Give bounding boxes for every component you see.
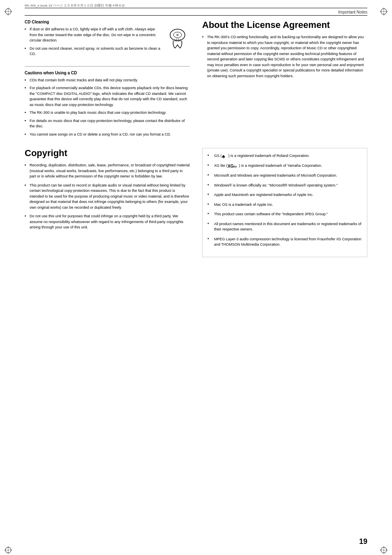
- svg-text:lite: lite: [233, 165, 237, 168]
- page-title: Important Notes: [338, 10, 367, 14]
- top-section: CD Cleaning: [25, 20, 367, 140]
- page: RK-300_e.book 19 ページ ２０８年９月１０日 水曜日 午後４時６…: [0, 3, 392, 555]
- trademark-xg: XG lite (XGlite) is a registered tradema…: [208, 163, 362, 169]
- section-divider-1: [25, 66, 190, 67]
- caution-item-2: •For playback of commercially available …: [25, 85, 190, 108]
- trademark-microsoft: Microsoft and Windows are registered tra…: [208, 173, 362, 179]
- trademark-mpeg: MPEG Layer-3 audio compression technolog…: [208, 237, 362, 248]
- trademark-product-names: All product names mentioned in this docu…: [208, 221, 362, 233]
- trademark-windows: Windows® is known officially as: "Micros…: [208, 183, 362, 189]
- file-info: RK-300_e.book 19 ページ ２０８年９月１０日 水曜日 午後４時６…: [25, 3, 125, 8]
- cd-cleaning-list: • If dust or dirt adheres to a CD, light…: [25, 27, 190, 57]
- copyright-item-3: •Do not use this unit for purposes that …: [25, 214, 190, 230]
- trademarks-section: GS (♣) is a registered trademark of Rola…: [202, 148, 367, 257]
- copyright-section: Copyright •Recording, duplication, distr…: [25, 148, 190, 257]
- caution-item-1: •CDs that contain both music tracks and …: [25, 78, 190, 83]
- copyright-item-1: •Recording, duplication, distribution, s…: [25, 163, 190, 180]
- page-number: 19: [359, 537, 367, 546]
- corner-mark-tr: [380, 7, 388, 16]
- trademark-jpeg: This product uses certain software of th…: [208, 212, 362, 217]
- corner-mark-tl: [4, 7, 12, 16]
- trademarks-list: GS (♣) is a registered trademark of Rola…: [208, 153, 362, 248]
- content-area: CD Cleaning: [25, 16, 367, 257]
- header-info-row: RK-300_e.book 19 ページ ２０８年９月１０日 水曜日 午後４時６…: [25, 3, 367, 8]
- copyright-item-2: •This product can be used to record or d…: [25, 183, 190, 211]
- corner-mark-br: [380, 546, 388, 554]
- trademark-macos: Mac OS is a trademark of Apple Inc.: [208, 202, 362, 208]
- trademark-apple: Apple and Macintosh are registered trade…: [208, 192, 362, 198]
- right-column-license: About the License Agreement • The RK-300…: [202, 20, 367, 140]
- cautions-title: Cautions when Using a CD: [25, 71, 190, 75]
- copyright-list: •Recording, duplication, distribution, s…: [25, 163, 190, 230]
- svg-text:XG: XG: [228, 164, 234, 168]
- trademarks-box: GS (♣) is a registered trademark of Rola…: [202, 148, 367, 257]
- caution-item-3: •The RK-300 is unable to play back music…: [25, 110, 190, 116]
- header-rule: [25, 8, 367, 8]
- bottom-section: Copyright •Recording, duplication, distr…: [25, 148, 367, 257]
- cd-cleaning-title: CD Cleaning: [25, 20, 190, 24]
- license-body: • The RK-300's CD-writing functionality,…: [202, 35, 367, 79]
- cd-cleaning-content: • If dust or dirt adheres to a CD, light…: [25, 27, 190, 60]
- license-list-top: • The RK-300's CD-writing functionality,…: [202, 35, 367, 79]
- left-column: CD Cleaning: [25, 20, 190, 140]
- copyright-title: Copyright: [25, 148, 190, 159]
- svg-text:♣: ♣: [222, 154, 225, 159]
- cd-cleaning-item-1: • If dust or dirt adheres to a CD, light…: [25, 27, 190, 44]
- corner-mark-bl: [4, 546, 12, 554]
- trademark-gs: GS (♣) is a registered trademark of Rola…: [208, 153, 362, 159]
- caution-item-4: •For details on music discs that use cop…: [25, 118, 190, 129]
- cautions-list: •CDs that contain both music tracks and …: [25, 78, 190, 138]
- cd-cleaning-item-2: • Do not use record cleaner, record spra…: [25, 46, 190, 57]
- caution-item-5: •You cannot save songs on a CD or delete…: [25, 132, 190, 138]
- license-title: About the License Agreement: [202, 20, 367, 30]
